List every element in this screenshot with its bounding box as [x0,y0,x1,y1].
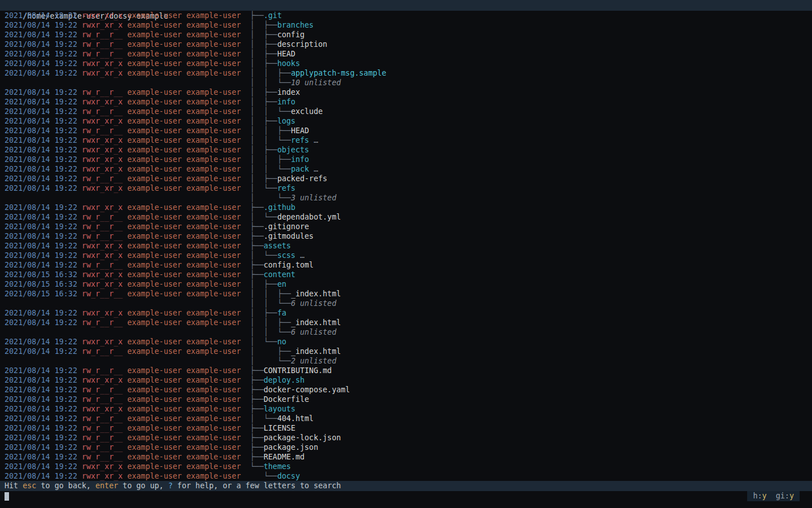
spacer [123,386,127,394]
perm-char: w [86,462,91,471]
perm-char: w [86,261,91,269]
row-meta: 2021/08/14 19:22 rw_r__r__ example-user … [5,49,241,59]
row-datetime: 2021/08/14 19:22 [5,251,77,260]
file-name: README.md [264,453,305,461]
file-row[interactable]: 2021/08/14 19:22 rwxr_xr_x example-user … [0,404,812,414]
file-row[interactable]: 2021/08/14 19:22 rw_r__r__ example-user … [0,107,812,116]
perm-char: w [86,69,91,77]
file-row[interactable]: 2021/08/14 19:22 rw_r__r__ example-user … [0,385,812,395]
file-row[interactable]: 2021/08/14 19:22 rw_r__r__ example-user … [0,222,812,231]
file-row[interactable]: 2021/08/14 19:22 rw_r__r__ example-user … [0,231,812,241]
file-row[interactable]: 2021/08/14 19:22 rw_r__r__ example-user … [0,347,812,356]
perm-char: _ [118,453,123,461]
tree-branch-glyphs: │ │ └── [250,107,291,116]
file-row[interactable]: 2021/08/14 19:22 rw_r__r__ example-user … [0,423,812,433]
file-row[interactable]: 2021/08/14 19:22 rwxr_xr_x example-user … [0,155,812,164]
file-row[interactable]: │ └──3 unlisted [0,193,812,203]
file-row[interactable]: 2021/08/14 19:22 rw_r__r__ example-user … [0,366,812,375]
perm-char: r [109,232,113,240]
file-row[interactable]: 2021/08/14 19:22 rwxr_xr_x example-user … [0,97,812,107]
file-row[interactable]: 2021/08/14 19:22 rwxr_xr_x example-user … [0,116,812,126]
perm-char: w [86,184,91,192]
file-row[interactable]: 2021/08/14 19:22 rw_r__r__ example-user … [0,174,812,183]
row-datetime: 2021/08/14 19:22 [5,222,77,231]
file-name: CONTRIBUTING.md [264,366,332,375]
row-owner-group: example-user example-user [127,405,241,413]
spacer [77,318,82,327]
file-row[interactable]: 2021/08/14 19:22 rwxr_xr_x example-user … [0,375,812,385]
spacer [77,40,82,49]
file-row[interactable]: 2021/08/14 19:22 rwxr_xr_x example-user … [0,471,812,481]
file-row[interactable]: 2021/08/14 19:22 rw_r__r__ example-user … [0,433,812,443]
file-row[interactable]: 2021/08/14 19:22 rw_r__r__ example-user … [0,414,812,423]
file-row[interactable]: 2021/08/14 19:22 rw_r__r__ example-user … [0,443,812,452]
perm-char: r [109,242,113,250]
file-row[interactable]: 2021/08/14 19:22 rw_r__r__ example-user … [0,126,812,135]
spacer [123,242,127,250]
file-row[interactable]: 2021/08/14 19:22 rwxr_xr_x example-user … [0,20,812,30]
spacer [77,50,82,58]
file-row[interactable]: │ │ └──6 unlisted [0,327,812,337]
file-row[interactable]: 2021/08/14 19:22 rw_r__r__ example-user … [0,212,812,222]
file-row[interactable]: 2021/08/15 16:32 rwxr_xr_x example-user … [0,279,812,289]
spacer [77,386,82,394]
file-row[interactable]: 2021/08/14 19:22 rwxr_xr_x example-user … [0,308,812,318]
file-name: _index.html [291,290,341,298]
file-row[interactable]: │ └──2 unlisted [0,356,812,366]
tree-branch-glyphs: ├── [250,395,263,404]
row-tree-entry: │ │ ├──applypatch-msg.sample [241,68,386,78]
file-row[interactable]: 2021/08/14 19:22 rwxr_xr_x example-user … [0,462,812,471]
status-hint-plain: for help, or a few letters to search [173,481,341,490]
file-row[interactable]: 2021/08/14 19:22 rw_r__r__ example-user … [0,318,812,327]
perm-char: x [118,146,123,154]
file-name: docker-compose.yaml [264,386,350,394]
spacer [5,299,9,308]
row-datetime: 2021/08/15 16:32 [5,290,77,298]
file-row[interactable]: 2021/08/14 19:22 rw_r__r__ example-user … [0,452,812,462]
file-row[interactable]: │ │ └──10 unlisted [0,78,812,87]
file-row[interactable]: 2021/08/14 19:22 rwxr_xr_x example-user … [0,241,812,251]
file-name: themes [264,462,291,471]
file-row[interactable]: 2021/08/15 16:32 rwxr_xr_x example-user … [0,270,812,279]
command-input-row[interactable]: h:y gi:y [0,491,812,501]
file-row[interactable]: 2021/08/14 19:22 rwxr_xr_x example-user … [0,11,812,20]
file-row[interactable]: 2021/08/14 19:22 rwxr_xr_x example-user … [0,183,812,193]
file-row[interactable]: 2021/08/14 19:22 rw_r__r__ example-user … [0,395,812,404]
file-row[interactable]: 2021/08/14 19:22 rwxr_xr_x example-user … [0,59,812,68]
file-row[interactable]: 2021/08/14 19:22 rwxr_xr_x example-user … [0,203,812,212]
row-permissions: rw_r__r__ [82,50,123,58]
file-row[interactable]: 2021/08/14 19:22 rw_r__r__ example-user … [0,40,812,49]
file-row[interactable]: │ │ └──6 unlisted [0,299,812,308]
file-row[interactable]: 2021/08/14 19:22 rw_r__r__ example-user … [0,49,812,59]
tree-branch-glyphs: ├── [250,261,263,269]
file-row[interactable]: 2021/08/15 16:32 rw_r__r__ example-user … [0,289,812,299]
row-tree-entry: │ └──404.html [241,414,314,423]
row-datetime: 2021/08/14 19:22 [5,232,77,240]
file-row[interactable]: 2021/08/14 19:22 rw_r__r__ example-user … [0,260,812,270]
row-meta: 2021/08/14 19:22 rwxr_xr_x example-user … [5,404,241,414]
file-row[interactable]: 2021/08/14 19:22 rwxr_xr_x example-user … [0,135,812,145]
row-meta: 2021/08/14 19:22 rwxr_xr_x example-user … [5,462,241,471]
file-row[interactable]: 2021/08/14 19:22 rw_r__r__ example-user … [0,87,812,97]
file-row[interactable]: 2021/08/14 19:22 rwxr_xr_x example-user … [0,251,812,260]
file-row[interactable]: 2021/08/14 19:22 rw_r__r__ example-user … [0,30,812,40]
file-name: branches [277,21,314,29]
row-tree-entry: │ │ └──exclude [241,107,323,116]
perm-char: _ [114,213,118,221]
file-row[interactable]: 2021/08/14 19:22 rwxr_xr_x example-user … [0,68,812,78]
flag-value: y [762,492,767,500]
file-row[interactable]: 2021/08/14 19:22 rwxr_xr_x example-user … [0,164,812,174]
perm-char: w [86,40,91,49]
row-permissions: rw_r__r__ [82,443,123,452]
perm-char: r [109,376,113,384]
row-owner-group: example-user example-user [127,318,241,327]
tree-branch-glyphs: ├── [250,232,263,240]
file-name: assets [264,242,291,250]
file-name: 3 unlisted [291,194,337,202]
row-tree-entry: ├──.gitignore [241,222,309,231]
file-name: .gitmodules [264,232,314,240]
row-datetime: 2021/08/14 19:22 [5,433,77,442]
file-row[interactable]: 2021/08/14 19:22 rwxr_xr_x example-user … [0,337,812,347]
file-row[interactable]: 2021/08/14 19:22 rwxr_xr_x example-user … [0,145,812,155]
row-datetime: 2021/08/14 19:22 [5,318,77,327]
